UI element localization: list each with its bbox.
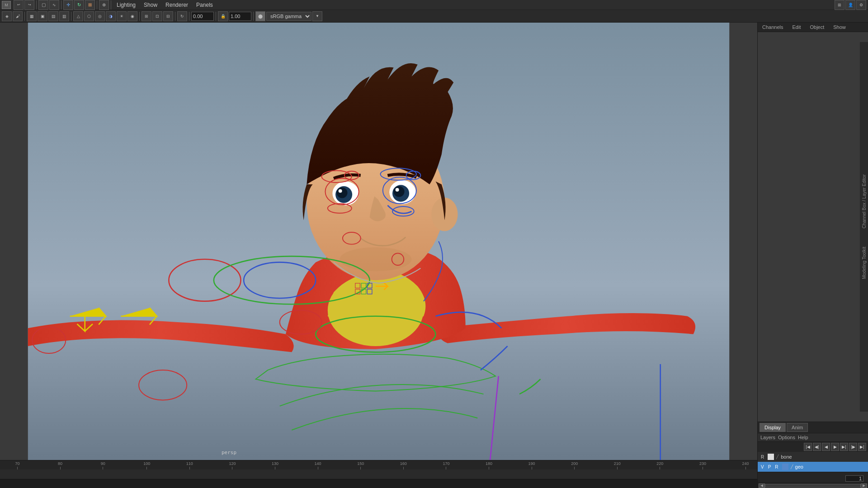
layer-color-bone xyxy=(768,454,774,460)
ruler-tick: 70 xyxy=(15,461,20,469)
frame-number-area xyxy=(758,472,868,483)
tb-select[interactable]: ◈ xyxy=(2,11,12,21)
ruler-tick: 120 xyxy=(229,461,236,469)
display-anim-area: Display Anim Layers Options Help |◀ ◀| ◀… xyxy=(758,422,868,472)
tb-mesh3[interactable]: ◎ xyxy=(95,11,105,21)
ruler-tick: 160 xyxy=(400,461,407,469)
menu-lighting[interactable]: Lighting xyxy=(113,1,139,9)
value1-input[interactable] xyxy=(191,12,214,21)
tb-light2[interactable]: ◉ xyxy=(127,11,137,21)
tb-light1[interactable]: ☀ xyxy=(117,11,127,21)
timeline-track[interactable] xyxy=(0,469,757,479)
sep-t2 xyxy=(71,12,71,21)
ruler-tick: 200 xyxy=(571,461,578,469)
vertical-label-1[interactable]: Channel Box / Layer Editor xyxy=(862,174,867,229)
svg-point-8 xyxy=(339,189,342,193)
scroll-track[interactable] xyxy=(765,484,861,488)
scroll-right-btn[interactable]: ▶ xyxy=(861,483,867,488)
timeline-area: 7080901001101201301401501601701801902002… xyxy=(0,460,757,479)
tb-mesh1[interactable]: △ xyxy=(73,11,83,21)
tb-view2[interactable]: ▣ xyxy=(38,11,47,21)
tab-edit[interactable]: Edit xyxy=(788,23,804,31)
rotate-tool[interactable]: ↻ xyxy=(74,0,84,10)
tb-snap[interactable]: ⊡ xyxy=(152,11,162,21)
ruler-tick: 140 xyxy=(315,461,321,469)
lock-icon[interactable]: 🔒 xyxy=(218,11,228,21)
lasso-tool[interactable]: ∿ xyxy=(49,0,59,10)
ruler-tick: 210 xyxy=(614,461,621,469)
vertical-label-2[interactable]: Modeling Toolkit xyxy=(862,247,867,279)
select-tool[interactable]: ▢ xyxy=(38,0,48,10)
scene-view[interactable]: persp xyxy=(0,23,757,460)
layer-cell-r1: R xyxy=(760,455,765,460)
pb-next[interactable]: ▶| xyxy=(840,443,848,451)
value2-input[interactable] xyxy=(229,12,251,21)
tb-paint[interactable]: 🖌 xyxy=(13,11,23,21)
svg-point-7 xyxy=(337,188,348,198)
pb-last[interactable]: ▶| xyxy=(858,443,866,451)
tab-anim[interactable]: Anim xyxy=(787,423,808,432)
tb-cache[interactable]: ↻ xyxy=(177,11,187,21)
right-scrollbar: ◀ ▶ xyxy=(758,483,868,488)
tab-display[interactable]: Display xyxy=(760,423,786,432)
frame-number-input[interactable] xyxy=(845,475,863,482)
ruler-tick: 170 xyxy=(443,461,449,469)
pb-next-key[interactable]: |▶ xyxy=(849,443,857,451)
opt-help[interactable]: Help xyxy=(798,435,808,440)
tb-view1[interactable]: ▦ xyxy=(27,11,37,21)
sep-2 xyxy=(61,0,61,9)
menu-show[interactable]: Show xyxy=(140,1,161,9)
svg-point-11 xyxy=(394,186,405,197)
sep-t4 xyxy=(175,12,175,21)
toolbar-icon-2[interactable]: ↪ xyxy=(24,0,34,10)
pb-first[interactable]: |◀ xyxy=(804,443,812,451)
tb-view3[interactable]: ▤ xyxy=(48,11,58,21)
content-area: persp 7080901001101201301401501601701801… xyxy=(0,23,868,488)
pb-prev[interactable]: ◀ xyxy=(822,443,830,451)
tab-object[interactable]: Object xyxy=(806,23,828,31)
pb-play[interactable]: ▶ xyxy=(831,443,839,451)
tab-channels[interactable]: Channels xyxy=(759,23,787,31)
transform-tool[interactable]: ⊕ xyxy=(99,0,109,10)
ruler-tick: 130 xyxy=(272,461,278,469)
scale-tool[interactable]: ⊞ xyxy=(85,0,95,10)
tb-view4[interactable]: ▥ xyxy=(59,11,69,21)
layer-name-geo: geo xyxy=(795,464,866,469)
opt-layers[interactable]: Layers xyxy=(760,435,775,440)
channel-tabs: Channels Edit Object Show xyxy=(758,23,868,32)
layer-row-geo[interactable]: V P R ╱ geo xyxy=(758,462,868,472)
right-icon-2[interactable]: 👤 xyxy=(845,0,855,10)
ruler-tick: 90 xyxy=(101,461,105,469)
layer-cell-v: V xyxy=(760,465,765,469)
tb-mesh2[interactable]: ⬡ xyxy=(84,11,94,21)
toolbar-icon-1[interactable]: ↩ xyxy=(14,0,24,10)
dropdown-arrow[interactable]: ▼ xyxy=(312,11,322,21)
tb-sym[interactable]: ⊟ xyxy=(163,11,173,21)
tb-manip[interactable]: ⊞ xyxy=(142,11,151,21)
app-window: M ↩ ↪ ▢ ∿ ✛ ↻ ⊞ ⊕ Lighting Show Renderer… xyxy=(0,0,868,488)
menu-renderer[interactable]: Renderer xyxy=(162,1,192,9)
color-circle[interactable]: ⬤ xyxy=(255,11,265,21)
sep-t6 xyxy=(216,12,216,21)
sep-1 xyxy=(36,0,37,9)
menu-panels[interactable]: Panels xyxy=(193,1,217,9)
right-icon-3[interactable]: ⚙ xyxy=(856,0,866,10)
right-icon-1[interactable]: ⊞ xyxy=(835,0,844,10)
opt-options[interactable]: Options xyxy=(778,435,795,440)
pb-prev-key[interactable]: ◀| xyxy=(813,443,821,451)
sep-t1 xyxy=(24,12,25,21)
ruler-tick: 180 xyxy=(486,461,492,469)
ruler-tick: 150 xyxy=(357,461,364,469)
ruler-tick: 230 xyxy=(699,461,706,469)
layer-cell-p: P xyxy=(767,465,773,469)
menu-bar: M ↩ ↪ ▢ ∿ ✛ ↻ ⊞ ⊕ Lighting Show Renderer… xyxy=(0,0,868,10)
layer-row-bone[interactable]: R ╱ bone xyxy=(758,452,868,462)
layer-cell-r: R xyxy=(774,465,779,469)
tb-shading[interactable]: ◑ xyxy=(106,11,116,21)
color-profile-dropdown[interactable]: sRGB gamma Linear xyxy=(266,12,311,21)
move-tool[interactable]: ✛ xyxy=(63,0,73,10)
ruler-tick: 100 xyxy=(143,461,150,469)
scroll-left-btn[interactable]: ◀ xyxy=(759,483,765,488)
slash-icon-geo: ╱ xyxy=(791,465,793,469)
tab-show[interactable]: Show xyxy=(830,23,849,31)
